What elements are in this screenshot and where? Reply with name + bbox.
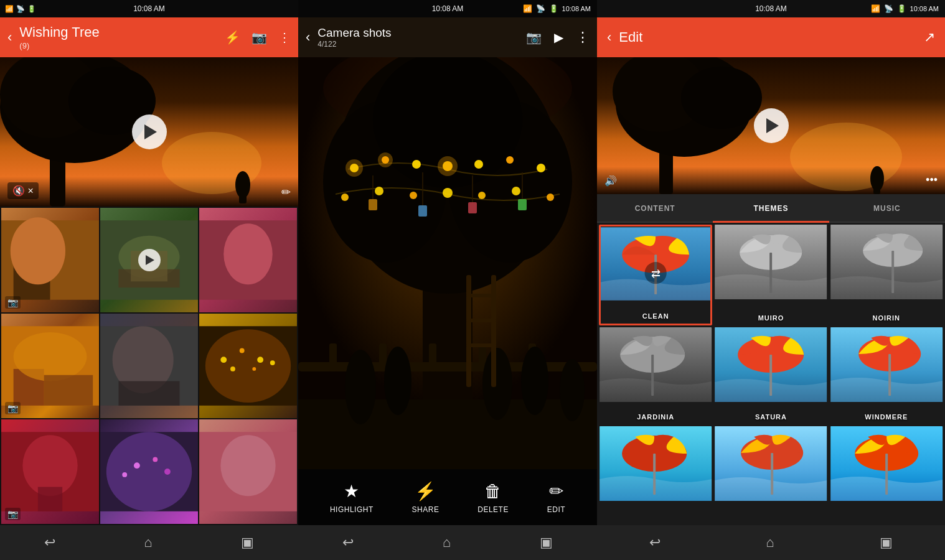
theme-label-satura: SATURA bbox=[755, 413, 787, 421]
grid-cell-8[interactable] bbox=[100, 419, 198, 524]
svg-rect-93 bbox=[418, 205, 427, 217]
back-nav-2[interactable]: ↩ bbox=[342, 534, 354, 551]
title-block-1: Wishing Tree (9) bbox=[19, 24, 217, 50]
grid-cell-5[interactable] bbox=[100, 314, 198, 418]
grid-cell-2[interactable] bbox=[100, 208, 198, 312]
theme-satura[interactable]: SATURA bbox=[714, 327, 827, 424]
camera-header-icons: 📷 ▶ ⋮ bbox=[526, 29, 590, 45]
theme-extra-2[interactable] bbox=[714, 426, 827, 523]
delete-button[interactable]: 🗑 DELETE bbox=[477, 481, 509, 514]
recent-nav-1[interactable]: ▣ bbox=[241, 534, 254, 551]
back-button-3[interactable]: ‹ bbox=[607, 29, 611, 45]
tab-music[interactable]: MUSIC bbox=[829, 195, 945, 223]
panel-edit: 10:08 AM 📶 📡 🔋 10:08 AM ‹ Edit ↗ bbox=[597, 0, 945, 560]
edit-overlay-icon-1[interactable]: ✏ bbox=[281, 185, 291, 199]
svg-rect-71 bbox=[466, 319, 496, 322]
theme-extra-1[interactable] bbox=[599, 426, 712, 523]
svg-text:⇄: ⇄ bbox=[651, 268, 661, 280]
theme-muiro[interactable]: MUIRO bbox=[714, 225, 827, 325]
edit-label-2: EDIT bbox=[547, 505, 565, 514]
play-button-1[interactable] bbox=[132, 114, 167, 149]
status-icons-3: 📶 📡 🔋 10:08 AM bbox=[871, 4, 939, 13]
svg-rect-95 bbox=[468, 202, 477, 213]
grid-cell-4[interactable]: 📷 bbox=[1, 314, 99, 418]
svg-rect-122 bbox=[769, 355, 772, 396]
header-bar-2: ‹ Camera shots 4/122 📷 ▶ ⋮ bbox=[298, 17, 597, 57]
signal-icon-3: 📡 bbox=[884, 4, 893, 13]
svg-rect-69 bbox=[491, 275, 496, 387]
theme-extra-3[interactable] bbox=[830, 426, 943, 523]
status-bar-left-1: 📶 📡 🔋 bbox=[5, 5, 36, 13]
battery-icon-3: 🔋 bbox=[897, 4, 906, 13]
svg-rect-91 bbox=[369, 199, 377, 210]
svg-point-28 bbox=[205, 329, 291, 403]
camera-icon-2[interactable]: 📷 bbox=[526, 30, 542, 45]
svg-point-46 bbox=[220, 435, 275, 496]
back-button-1[interactable]: ‹ bbox=[7, 29, 12, 45]
grid-cell-3[interactable] bbox=[199, 208, 297, 312]
home-nav-2[interactable]: ⌂ bbox=[443, 534, 451, 551]
share-button-2[interactable]: ⚡ SHARE bbox=[412, 481, 440, 514]
svg-point-34 bbox=[270, 360, 275, 365]
share-icon-3[interactable]: ↗ bbox=[924, 29, 935, 45]
svg-rect-97 bbox=[518, 199, 527, 210]
wifi-icon-3: 📶 bbox=[871, 4, 880, 13]
theme-noirin[interactable]: NOIRIN bbox=[830, 225, 943, 325]
grid-cell-7[interactable]: 📷 bbox=[1, 419, 99, 524]
grid-play-2[interactable] bbox=[138, 249, 161, 271]
photo-grid-1: 📷 bbox=[0, 207, 298, 525]
svg-point-86 bbox=[443, 188, 453, 198]
grid-badge-4: 📷 bbox=[5, 402, 21, 414]
mute-icon-1[interactable]: 🔇 × bbox=[7, 182, 39, 199]
grid-badge-7: 📷 bbox=[5, 508, 21, 520]
edit-hero[interactable]: 🔊 ••• bbox=[597, 57, 945, 194]
svg-rect-60 bbox=[429, 343, 436, 371]
home-nav-1[interactable]: ⌂ bbox=[144, 534, 152, 551]
header-bar-3: ‹ Edit ↗ bbox=[597, 17, 945, 57]
home-nav-3[interactable]: ⌂ bbox=[766, 534, 774, 551]
svg-point-80 bbox=[474, 160, 483, 169]
grid-cell-6[interactable] bbox=[199, 314, 297, 418]
recent-nav-3[interactable]: ▣ bbox=[880, 534, 893, 551]
album-title: Wishing Tree bbox=[19, 24, 217, 40]
svg-point-103 bbox=[681, 67, 762, 129]
svg-point-87 bbox=[478, 192, 486, 199]
grid-cell-1[interactable]: 📷 bbox=[1, 208, 99, 312]
more-icon-1[interactable]: ⋮ bbox=[278, 30, 291, 45]
svg-point-29 bbox=[220, 357, 227, 363]
highlight-button[interactable]: ★ HIGHLIGHT bbox=[330, 481, 374, 514]
play-icon-2[interactable]: ▶ bbox=[554, 30, 563, 45]
share-icon-1[interactable]: ⚡ bbox=[225, 30, 240, 45]
svg-rect-7 bbox=[239, 188, 247, 203]
camera-counter: 4/122 bbox=[317, 40, 519, 49]
grid-cell-9[interactable] bbox=[199, 419, 297, 524]
edit-button[interactable]: ✏ EDIT bbox=[547, 481, 565, 514]
svg-point-64 bbox=[384, 347, 411, 415]
camera-icon-1[interactable]: 📷 bbox=[252, 30, 267, 45]
time-right-2: 10:08 AM bbox=[562, 5, 591, 12]
back-nav-1[interactable]: ↩ bbox=[44, 534, 55, 551]
play-triangle-1 bbox=[144, 124, 157, 139]
back-nav-3[interactable]: ↩ bbox=[649, 534, 661, 551]
back-button-2[interactable]: ‹ bbox=[306, 29, 310, 45]
tab-content[interactable]: CONTENT bbox=[597, 195, 713, 223]
header-bar-1: ‹ Wishing Tree (9) ⚡ 📷 ⋮ bbox=[0, 17, 298, 57]
theme-windmere[interactable]: WINDMERE bbox=[830, 327, 943, 424]
play-button-3[interactable] bbox=[754, 108, 789, 143]
svg-point-41 bbox=[134, 462, 140, 469]
more-icon-2[interactable]: ⋮ bbox=[576, 29, 590, 45]
mute-icon-3[interactable]: 🔊 bbox=[604, 175, 617, 187]
hero-area-1[interactable]: 🔇 × ✏ bbox=[0, 57, 298, 207]
svg-point-83 bbox=[341, 194, 349, 201]
theme-jardinia[interactable]: JARDINIA bbox=[599, 327, 712, 424]
svg-point-84 bbox=[375, 187, 383, 195]
svg-rect-119 bbox=[651, 355, 654, 396]
recent-nav-2[interactable]: ▣ bbox=[540, 534, 553, 551]
grid-play-tri-2 bbox=[146, 255, 154, 265]
main-photo-area[interactable] bbox=[298, 57, 597, 469]
more-icon-3[interactable]: ••• bbox=[926, 174, 938, 187]
tab-themes[interactable]: THEMES bbox=[713, 195, 829, 223]
bottom-nav-1: ↩ ⌂ ▣ bbox=[0, 525, 298, 560]
theme-clean[interactable]: ⇄ CLEAN bbox=[599, 225, 712, 325]
svg-point-44 bbox=[122, 472, 127, 477]
